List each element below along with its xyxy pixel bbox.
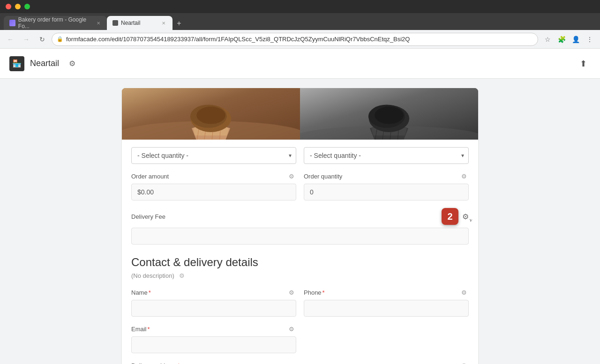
bookmark-button[interactable]: ☆	[541, 33, 554, 46]
contact-section-desc: (No description)	[131, 272, 174, 279]
email-row: Email* ⚙	[131, 324, 469, 353]
email-required: *	[148, 326, 150, 333]
left-quantity-select[interactable]: - Select quantity - 1 2 3	[131, 147, 296, 164]
left-cupcake-image	[122, 88, 300, 140]
extensions-button[interactable]: 🧩	[555, 33, 568, 46]
name-phone-row: Name* ⚙ Phone* ⚙	[131, 288, 469, 317]
quantity-dropdowns-row: - Select quantity - 1 2 3 ▾ - Select qua…	[122, 140, 478, 164]
app-logo: 🏪	[9, 56, 24, 71]
name-label: Name*	[131, 289, 151, 296]
tab-google-forms-label: Bakery order form - Google Fo...	[18, 16, 92, 30]
tab-google-forms[interactable]: Bakery order form - Google Fo... ✕	[4, 16, 107, 30]
header-settings-button[interactable]: ⚙	[65, 56, 80, 71]
name-label-row: Name* ⚙	[131, 288, 296, 297]
phone-label-row: Phone* ⚙	[304, 288, 469, 297]
tab-favicon-google-forms	[9, 20, 15, 26]
tabs-bar: Bakery order form - Google Fo... ✕ Neart…	[0, 13, 600, 30]
app-header: 🏪 Neartail ⚙ ⬆	[0, 49, 600, 79]
tab-close-neartail[interactable]: ✕	[160, 20, 167, 26]
share-button[interactable]: ⬆	[576, 56, 591, 71]
logo-icon: 🏪	[12, 59, 22, 68]
address-bar[interactable]: 🔒 formfacade.com/edit/107870735454189233…	[52, 33, 538, 46]
email-label: Email*	[131, 326, 150, 333]
right-quantity-dropdown-wrapper: - Select quantity - 1 2 3 ▾	[304, 147, 469, 164]
badge-2: 2	[442, 208, 458, 225]
delivery-address-label: Delivery address*	[131, 362, 180, 364]
svg-point-18	[375, 107, 404, 124]
contact-section: Contact & delivery details (No descripti…	[122, 245, 478, 364]
new-tab-button[interactable]: +	[172, 17, 186, 30]
phone-field-group: Phone* ⚙	[304, 288, 469, 317]
order-quantity-gear-button[interactable]: ⚙	[459, 171, 469, 181]
contact-section-title: Contact & delivery details	[131, 256, 469, 269]
contact-section-desc-row: (No description) ⚙	[131, 271, 469, 280]
delivery-address-row: Delivery address* ⚙	[131, 361, 469, 364]
delivery-address-label-row: Delivery address* ⚙	[131, 361, 469, 364]
svg-point-9	[196, 107, 225, 124]
order-amount-group: Order amount ⚙	[131, 171, 296, 201]
phone-gear-button[interactable]: ⚙	[459, 288, 469, 297]
email-input[interactable]	[131, 336, 296, 353]
cursor-pointer-indicator: 𝓿	[469, 216, 472, 223]
tab-neartail-label: Neartail	[121, 20, 140, 26]
os-chrome	[0, 0, 600, 13]
order-amount-label: Order amount	[131, 173, 169, 180]
contact-section-gear-button[interactable]: ⚙	[177, 271, 187, 280]
browser-actions: ☆ 🧩 👤 ⋮	[541, 33, 596, 46]
address-bar-row: ← → ↻ 🔒 formfacade.com/edit/107870735454…	[0, 30, 600, 49]
menu-button[interactable]: ⋮	[583, 33, 596, 46]
left-quantity-dropdown-wrapper: - Select quantity - 1 2 3 ▾	[131, 147, 296, 164]
delivery-required: *	[178, 362, 180, 364]
order-amount-label-row: Order amount ⚙	[131, 171, 296, 181]
order-amount-input[interactable]	[131, 184, 296, 201]
order-fields-row: Order amount ⚙ Order quantity ⚙	[122, 164, 478, 201]
phone-label: Phone*	[304, 289, 325, 296]
phone-required: *	[322, 289, 325, 296]
order-quantity-label: Order quantity	[304, 173, 342, 180]
delivery-address-group: Delivery address* ⚙	[131, 361, 469, 364]
images-row	[122, 88, 478, 140]
page-wrapper: Bakery order form - Google Fo... ✕ Neart…	[0, 0, 600, 364]
order-quantity-label-row: Order quantity ⚙	[304, 171, 469, 181]
delivery-fee-label-row: Delivery Fee 2 ⚙ 𝓿	[131, 208, 469, 225]
forward-button[interactable]: →	[20, 33, 33, 46]
url-text: formfacade.com/edit/10787073545418923393…	[66, 36, 533, 43]
tab-favicon-neartail	[112, 20, 118, 26]
delivery-address-gear-button[interactable]: ⚙	[459, 361, 469, 364]
lock-icon: 🔒	[57, 36, 63, 42]
delivery-fee-gear-button[interactable]: ⚙ 𝓿	[462, 212, 469, 221]
order-quantity-group: Order quantity ⚙	[304, 171, 469, 201]
traffic-light-red[interactable]	[6, 4, 11, 9]
delivery-fee-input[interactable]	[131, 228, 469, 245]
name-input[interactable]	[131, 300, 296, 317]
delivery-fee-section: Delivery Fee 2 ⚙ 𝓿	[122, 201, 478, 245]
right-cupcake-image	[300, 88, 478, 140]
name-gear-button[interactable]: ⚙	[287, 288, 296, 297]
name-field-group: Name* ⚙	[131, 288, 296, 317]
header-gear-icon: ⚙	[69, 59, 75, 68]
app-title: Neartail	[30, 59, 59, 68]
order-amount-gear-button[interactable]: ⚙	[287, 171, 296, 181]
main-content: - Select quantity - 1 2 3 ▾ - Select qua…	[0, 79, 600, 364]
form-container: - Select quantity - 1 2 3 ▾ - Select qua…	[122, 88, 478, 364]
email-field-group: Email* ⚙	[131, 324, 296, 353]
traffic-light-green[interactable]	[24, 4, 30, 9]
browser-tabs-bar: Bakery order form - Google Fo... ✕ Neart…	[0, 13, 600, 30]
refresh-button[interactable]: ↻	[36, 33, 49, 46]
share-icon: ⬆	[580, 59, 587, 69]
phone-input[interactable]	[304, 300, 469, 317]
tab-neartail[interactable]: Neartail ✕	[107, 16, 172, 30]
tab-close-google-forms[interactable]: ✕	[95, 20, 101, 26]
email-label-row: Email* ⚙	[131, 324, 296, 334]
name-required: *	[149, 289, 151, 296]
delivery-fee-label: Delivery Fee	[131, 213, 165, 220]
email-gear-button[interactable]: ⚙	[287, 324, 296, 334]
traffic-light-yellow[interactable]	[15, 4, 21, 9]
back-button[interactable]: ←	[4, 33, 17, 46]
order-quantity-input[interactable]	[304, 184, 469, 201]
profile-button[interactable]: 👤	[569, 33, 582, 46]
right-quantity-select[interactable]: - Select quantity - 1 2 3	[304, 147, 469, 164]
